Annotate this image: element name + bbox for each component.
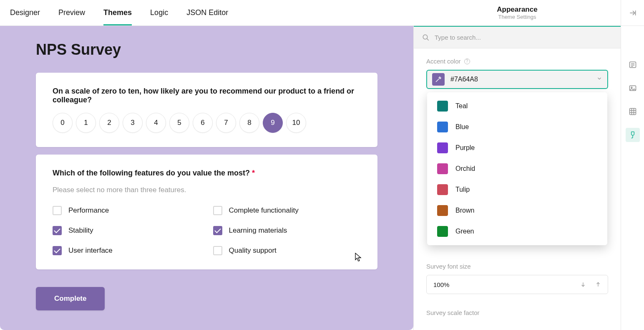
question-checkbox-card: Which of the following features do you v… — [36, 155, 377, 269]
list-icon — [629, 61, 637, 69]
required-marker: * — [252, 169, 255, 177]
swatch-tulip — [437, 184, 448, 195]
checkbox-box — [213, 206, 222, 215]
question2-title-text: Which of the following features do you v… — [53, 169, 250, 177]
panel-search[interactable] — [414, 27, 621, 48]
checkbox-label: Quality support — [229, 246, 277, 255]
checkbox-label: Performance — [68, 206, 109, 215]
checkbox-complete-functionality[interactable]: Complete functionality — [213, 206, 361, 215]
survey-canvas: NPS Survey On a scale of zero to ten, ho… — [0, 26, 413, 330]
accent-option-blue[interactable]: Blue — [427, 117, 607, 137]
question-rating-card: On a scale of zero to ten, how likely ar… — [36, 73, 377, 147]
checkbox-user-interface[interactable]: User interface — [53, 246, 201, 255]
accent-option-purple[interactable]: Purple — [427, 137, 607, 158]
side-rail — [621, 26, 644, 330]
checkbox-box — [213, 246, 222, 255]
font-size-value: 100% — [433, 281, 449, 288]
font-size-stepper[interactable]: 100% — [426, 275, 608, 294]
rating-1[interactable]: 1 — [76, 113, 96, 133]
accent-option-label: Purple — [455, 144, 475, 152]
swatch-orchid — [437, 163, 448, 174]
accent-option-orchid[interactable]: Orchid — [427, 158, 607, 179]
swatch-green — [437, 226, 448, 237]
rating-9[interactable]: 9 — [263, 113, 283, 133]
checkbox-stability[interactable]: Stability — [53, 226, 201, 235]
question2-title: Which of the following features do you v… — [53, 169, 361, 178]
tab-json-editor[interactable]: JSON Editor — [186, 0, 228, 25]
rating-3[interactable]: 3 — [123, 113, 143, 133]
appearance-panel: Appearance Theme Settings Accent color ? — [413, 26, 621, 330]
accent-option-green[interactable]: Green — [427, 221, 607, 242]
tab-themes[interactable]: Themes — [103, 0, 132, 25]
checkbox-grid: Performance Complete functionality Stabi… — [53, 206, 361, 255]
rating-6[interactable]: 6 — [193, 113, 213, 133]
tab-logic[interactable]: Logic — [150, 0, 168, 25]
checkbox-quality-support[interactable]: Quality support — [213, 246, 361, 255]
rating-7[interactable]: 7 — [216, 113, 236, 133]
rail-appearance[interactable] — [626, 128, 640, 142]
accent-color-label-text: Accent color — [426, 58, 461, 65]
side-area: Appearance Theme Settings Accent color ? — [413, 26, 644, 330]
arrow-down-icon[interactable] — [580, 282, 586, 287]
accent-color-dropdown[interactable]: #7A64A8 Teal — [426, 70, 608, 89]
topbar-tabs: Designer Preview Themes Logic JSON Edito… — [0, 0, 228, 25]
panel-header: Appearance Theme Settings — [414, 0, 621, 26]
survey-title: NPS Survey — [36, 41, 377, 58]
accent-option-label: Green — [455, 228, 474, 235]
rating-0[interactable]: 0 — [53, 113, 73, 133]
checkbox-performance[interactable]: Performance — [53, 206, 201, 215]
help-icon[interactable]: ? — [464, 58, 470, 64]
collapse-panel-button[interactable] — [621, 0, 644, 26]
pattern-icon — [629, 107, 637, 116]
accent-option-label: Tulip — [455, 186, 470, 193]
tab-preview[interactable]: Preview — [58, 0, 85, 25]
eyedropper-icon — [435, 76, 442, 83]
search-input[interactable] — [435, 34, 612, 41]
checkbox-label: User interface — [68, 246, 113, 255]
scale-factor-label: Survey scale factor — [426, 309, 608, 316]
question2-subtitle: Please select no more than three feature… — [53, 186, 361, 194]
rating-2[interactable]: 2 — [99, 113, 119, 133]
svg-point-4 — [631, 87, 632, 88]
accent-option-label: Orchid — [455, 165, 475, 173]
rail-header[interactable] — [626, 81, 640, 95]
rating-5[interactable]: 5 — [169, 113, 189, 133]
checkbox-box — [213, 226, 222, 235]
complete-button[interactable]: Complete — [36, 287, 105, 310]
brush-icon — [629, 131, 637, 139]
accent-option-tulip[interactable]: Tulip — [427, 179, 607, 200]
panel-title: Appearance — [497, 5, 537, 14]
chevron-down-icon — [596, 76, 602, 83]
accent-swatch — [432, 73, 445, 86]
arrow-up-icon[interactable] — [595, 282, 601, 287]
svg-point-1 — [423, 35, 428, 39]
accent-value: #7A64A8 — [450, 76, 478, 83]
swatch-purple — [437, 142, 448, 153]
swatch-teal — [437, 101, 448, 112]
collapse-icon — [629, 9, 637, 17]
swatch-blue — [437, 122, 448, 132]
tab-designer[interactable]: Designer — [10, 0, 40, 25]
question1-title: On a scale of zero to ten, how likely ar… — [53, 87, 361, 104]
accent-option-brown[interactable]: Brown — [427, 200, 607, 221]
checkbox-label: Complete functionality — [229, 206, 299, 215]
checkbox-label: Stability — [68, 226, 93, 235]
rating-10[interactable]: 10 — [286, 113, 306, 133]
rail-general[interactable] — [626, 58, 640, 72]
accent-option-teal[interactable]: Teal — [427, 96, 607, 117]
image-icon — [629, 84, 637, 92]
rating-8[interactable]: 8 — [239, 113, 259, 133]
accent-option-label: Blue — [455, 123, 469, 131]
swatch-brown — [437, 205, 448, 216]
font-size-label: Survey font size — [426, 263, 608, 270]
rating-4[interactable]: 4 — [146, 113, 166, 133]
rail-background[interactable] — [626, 104, 640, 119]
svg-rect-5 — [629, 109, 636, 115]
accent-option-label: Teal — [455, 102, 468, 110]
checkbox-learning-materials[interactable]: Learning materials — [213, 226, 361, 235]
accent-color-label: Accent color ? — [426, 58, 608, 65]
checkbox-label: Learning materials — [229, 226, 287, 235]
panel-body: Accent color ? #7A64A8 — [414, 48, 621, 330]
accent-option-label: Brown — [455, 207, 474, 214]
accent-color-menu: Teal Blue Purple — [427, 92, 607, 245]
